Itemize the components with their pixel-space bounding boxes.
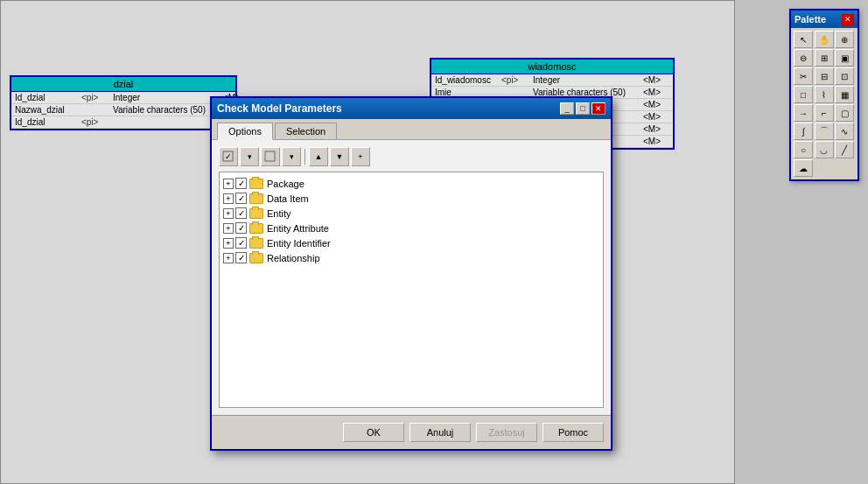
table-tool-button[interactable]: ▦: [835, 86, 854, 103]
checkbox-data-item[interactable]: [235, 193, 247, 204]
uncheck-all-dropdown[interactable]: ▾: [282, 147, 301, 166]
grid-button[interactable]: ⊡: [835, 67, 854, 85]
options-toolbar: ✓ ▾ ▾ ▲ ▼ +: [219, 147, 604, 166]
tree-expand-package[interactable]: +: [223, 179, 234, 189]
tree-expand-entity-attribute[interactable]: +: [223, 223, 234, 234]
palette-close-button[interactable]: ✕: [842, 14, 854, 25]
palette-grid: ↖ ✋ ⊕ ⊖ ⊞ ▣ ✂ ⊟ ⊡ □ ⌇ ▦ → ⌐ ▢ ∫ ⌒ ∿ ○ ◡ …: [791, 28, 858, 179]
expand-button[interactable]: ▼: [330, 147, 349, 166]
folder-icon-package: [249, 179, 263, 189]
list-item: + Entity Attribute: [223, 221, 599, 235]
svg-text:✓: ✓: [225, 152, 232, 161]
check-all-icon: ✓: [222, 151, 234, 163]
link-tool-button[interactable]: ⌇: [815, 86, 834, 103]
tree-expand-entity[interactable]: +: [223, 208, 234, 219]
dialog-tabs: Options Selection: [212, 119, 611, 140]
dialog-window-controls: _ □ ✕: [560, 102, 606, 115]
list-item: + Package: [223, 176, 599, 191]
tree-expand-relationship[interactable]: +: [223, 253, 234, 263]
folder-icon-entity-attribute: [249, 223, 263, 234]
tab-options[interactable]: Options: [217, 123, 273, 140]
add-button[interactable]: +: [351, 147, 370, 166]
svg-rect-2: [265, 151, 275, 161]
ok-button[interactable]: OK: [343, 423, 404, 442]
dialog-buttons: OK Anuluj Zastosuj Pomoc: [212, 415, 611, 449]
arc-tool-button[interactable]: ⌒: [815, 123, 834, 140]
corner-tool-button[interactable]: ⌐: [815, 104, 834, 122]
zoom-out-button[interactable]: ⊖: [794, 49, 813, 67]
folder-icon-relationship: [249, 253, 263, 263]
folder-icon-entity: [249, 208, 263, 219]
wave-tool-button[interactable]: ∿: [835, 123, 854, 140]
property-button[interactable]: ⊟: [815, 67, 834, 85]
palette-title: Palette: [794, 14, 826, 25]
collapse-button[interactable]: ▲: [309, 147, 328, 166]
minimize-button[interactable]: _: [560, 102, 574, 115]
checkbox-entity-identifier[interactable]: [235, 237, 247, 249]
tree-label-entity: Entity: [267, 208, 291, 219]
tree-label-package: Package: [267, 179, 304, 189]
pointer-tool-button[interactable]: ↖: [794, 31, 813, 48]
line-tool-button[interactable]: ╱: [835, 141, 854, 158]
uncheck-all-icon: [264, 151, 276, 163]
check-all-dropdown[interactable]: ▾: [240, 147, 259, 166]
apply-button[interactable]: Zastosuj: [476, 423, 537, 442]
tree-label-entity-identifier: Entity Identifier: [267, 238, 331, 249]
list-item: + Entity Identifier: [223, 235, 599, 250]
tree-view[interactable]: + Package + Data Item + Entity +: [219, 172, 604, 408]
check-all-button[interactable]: ✓: [219, 147, 238, 166]
folder-icon-entity-identifier: [249, 238, 263, 249]
check-model-dialog: Check Model Parameters _ □ ✕ Options Sel…: [210, 96, 612, 451]
close-button[interactable]: ✕: [592, 102, 606, 115]
help-button[interactable]: Pomoc: [542, 423, 604, 442]
tree-label-entity-attribute: Entity Attribute: [267, 223, 329, 234]
uncheck-all-button[interactable]: [261, 147, 280, 166]
checkbox-relationship[interactable]: [235, 252, 247, 263]
maximize-button[interactable]: □: [576, 102, 590, 115]
arrow-tool-button[interactable]: →: [794, 104, 813, 122]
list-item: + Relationship: [223, 250, 599, 265]
toolbar-separator: [304, 149, 305, 165]
entity-tool-button[interactable]: □: [794, 86, 813, 103]
dialog-content: ✓ ▾ ▾ ▲ ▼ + + Package +: [212, 140, 611, 415]
hand-tool-button[interactable]: ✋: [815, 31, 834, 48]
tree-label-data-item: Data Item: [267, 193, 309, 204]
oval-tool-button[interactable]: ○: [794, 141, 813, 158]
box-tool-button[interactable]: ▢: [835, 104, 854, 122]
image-tool-button[interactable]: ▣: [835, 49, 854, 67]
cancel-button[interactable]: Anuluj: [410, 423, 471, 442]
folder-icon-data-item: [249, 193, 263, 204]
tree-expand-entity-identifier[interactable]: +: [223, 238, 234, 249]
zoom-in-button[interactable]: ⊕: [835, 31, 854, 48]
cloud-tool-button[interactable]: ☁: [794, 159, 813, 177]
tree-expand-data-item[interactable]: +: [223, 193, 234, 204]
rounded-tool-button[interactable]: ◡: [815, 141, 834, 158]
palette-titlebar: Palette ✕: [791, 11, 858, 28]
checkbox-entity-attribute[interactable]: [235, 222, 247, 234]
dialog-title: Check Model Parameters: [217, 102, 342, 115]
list-item: + Data Item: [223, 191, 599, 206]
list-item: + Entity: [223, 206, 599, 221]
dialog-titlebar: Check Model Parameters _ □ ✕: [212, 98, 611, 119]
search-tool-button[interactable]: ⊞: [815, 49, 834, 67]
tree-label-relationship: Relationship: [267, 253, 320, 263]
scissors-button[interactable]: ✂: [794, 67, 813, 85]
palette-panel: Palette ✕ ↖ ✋ ⊕ ⊖ ⊞ ▣ ✂ ⊟ ⊡ □ ⌇ ▦ → ⌐ ▢ …: [789, 9, 859, 181]
curve-tool-button[interactable]: ∫: [794, 123, 813, 140]
tab-selection[interactable]: Selection: [275, 123, 337, 139]
checkbox-package[interactable]: [235, 178, 247, 189]
checkbox-entity[interactable]: [235, 207, 247, 219]
